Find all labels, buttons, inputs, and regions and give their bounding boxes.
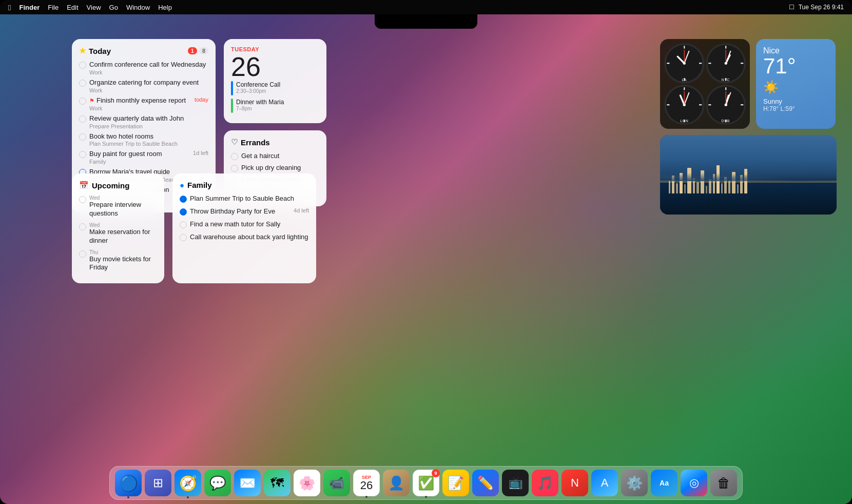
dock-photos[interactable]: 🌸 xyxy=(294,470,320,496)
dock-messages[interactable]: 💬 xyxy=(204,470,231,496)
event-name: Conference Call xyxy=(236,81,280,88)
dock-launchpad[interactable]: ⊞ xyxy=(145,470,171,496)
calendar-date: 26 xyxy=(231,53,319,80)
upcoming-task: Thu Buy movie tickets for Friday xyxy=(79,249,157,273)
dock-freeform[interactable]: ✏️ xyxy=(472,470,499,496)
weather-range: H:78° L:59° xyxy=(763,105,828,112)
system-tray-icon[interactable]: ☐ xyxy=(789,4,795,11)
view-menu[interactable]: View xyxy=(87,4,101,11)
task-checkbox[interactable] xyxy=(79,98,86,105)
family-icon: ● xyxy=(180,181,184,189)
task-sub: Plan Summer Trip to Sauble Beach xyxy=(89,141,208,147)
task-checkbox[interactable] xyxy=(79,250,86,258)
task-item: Buy paint for guest room Family 1d left xyxy=(79,150,208,165)
finder-icon: 🔵 xyxy=(119,474,138,492)
family-checkbox[interactable] xyxy=(180,221,187,228)
calendar-event: Dinner with Maria 7–8pm xyxy=(231,99,319,113)
upcoming-title: 📅 Upcoming xyxy=(79,181,157,190)
family-title: ● Family xyxy=(180,181,309,189)
event-name: Dinner with Maria xyxy=(236,99,284,106)
finder-menu[interactable]: Finder xyxy=(19,4,40,11)
family-checkbox[interactable] xyxy=(180,234,187,241)
dock-music[interactable]: 🎵 xyxy=(532,470,558,496)
messages-icon: 💬 xyxy=(209,475,226,491)
errands-label: Errands xyxy=(241,138,270,147)
family-checkbox[interactable] xyxy=(180,208,187,216)
widget-upcoming: 📅 Upcoming Wed Prepare interview questio… xyxy=(72,173,164,283)
task-name: Throw Birthday Party for Eve xyxy=(190,207,291,216)
task-item: Review quarterly data with John Prepare … xyxy=(79,114,208,129)
dock-appstore[interactable]: A xyxy=(591,470,618,496)
mac-frame:  Finder File Edit View Go Window Help ☐… xyxy=(0,0,852,504)
task-1d-badge: 1d left xyxy=(193,150,208,156)
dock-reminders[interactable]: ✅ 9 xyxy=(413,470,439,496)
building xyxy=(737,184,739,193)
upcoming-day: Wed xyxy=(89,222,157,228)
widget-family: ● Family Plan Summer Trip to Sauble Beac… xyxy=(172,173,316,283)
dock-dictionary[interactable]: Aa xyxy=(651,470,677,496)
task-checkbox[interactable] xyxy=(79,196,86,203)
task-name: ⚑ Finish monthly expense report xyxy=(89,96,191,105)
calendar-event: Conference Call 2:30–3:00pm xyxy=(231,81,319,95)
task-item: Book two hotel rooms Plan Summer Trip to… xyxy=(79,132,208,147)
task-checkbox[interactable] xyxy=(231,165,238,172)
family-task: Plan Summer Trip to Sauble Beach xyxy=(180,195,309,203)
task-item: Organize catering for company event Work xyxy=(79,79,208,93)
widgets-right: LA xyxy=(660,39,837,215)
dock-trash[interactable]: 🗑 xyxy=(710,470,737,496)
task-checkbox[interactable] xyxy=(79,115,86,123)
dock: 🔵 ⊞ 🧭 💬 ✉️ 🗺 xyxy=(109,466,743,500)
help-menu[interactable]: Help xyxy=(158,4,172,11)
task-checkbox[interactable] xyxy=(79,151,86,158)
family-checkbox[interactable] xyxy=(180,196,187,203)
go-menu[interactable]: Go xyxy=(109,4,118,11)
task-checkbox[interactable] xyxy=(231,153,238,160)
dock-calendar[interactable]: SEP 26 xyxy=(353,470,380,496)
flag-icon: ⚑ xyxy=(89,97,94,104)
event-color-bar xyxy=(231,81,233,95)
window-menu[interactable]: Window xyxy=(126,4,150,11)
dock-contacts[interactable]: 👤 xyxy=(383,470,410,496)
dock-tv[interactable]: 📺 xyxy=(502,470,529,496)
building xyxy=(728,181,730,193)
edit-menu[interactable]: Edit xyxy=(67,4,78,11)
task-content: Review quarterly data with John Prepare … xyxy=(89,114,208,129)
dock-settings[interactable]: ⚙️ xyxy=(621,470,648,496)
task-checkbox[interactable] xyxy=(79,133,86,141)
widget-weather: Nice 71° ☀️ Sunny H:78° L:59° xyxy=(756,39,836,129)
dock-finder[interactable]: 🔵 xyxy=(115,470,142,496)
weather-condition: Sunny xyxy=(763,98,828,105)
task-checkbox[interactable] xyxy=(79,80,86,87)
dock-maps[interactable]: 🗺 xyxy=(264,470,291,496)
file-menu[interactable]: File xyxy=(48,4,59,11)
trash-icon: 🗑 xyxy=(717,475,730,491)
task-name: Buy paint for guest room xyxy=(89,150,190,159)
task-sub: Prepare Presentation xyxy=(89,123,208,129)
clock-label-la: LA xyxy=(682,78,687,82)
errands-title: ♡ Errands xyxy=(231,138,319,147)
weather-temp: 71° xyxy=(763,55,828,77)
task-name: Plan Summer Trip to Sauble Beach xyxy=(190,195,294,203)
upcoming-name: Make reservation for dinner xyxy=(89,228,157,245)
widgets-right-top: LA xyxy=(660,39,837,129)
clock-lon: LON xyxy=(664,85,705,125)
notch xyxy=(375,14,477,29)
siri-icon: ◎ xyxy=(689,476,699,490)
task-checkbox[interactable] xyxy=(79,62,86,69)
upcoming-task: Wed Prepare interview questions xyxy=(79,195,157,218)
task-name: Call warehouse about back yard lighting xyxy=(190,233,308,242)
widget-photo xyxy=(660,135,837,215)
dock-siri[interactable]: ◎ xyxy=(681,470,707,496)
dock-news[interactable]: N xyxy=(561,470,588,496)
apple-menu[interactable]:  xyxy=(8,3,11,12)
dock-mail[interactable]: ✉️ xyxy=(234,470,261,496)
dock-safari[interactable]: 🧭 xyxy=(175,470,201,496)
photos-icon: 🌸 xyxy=(299,475,315,491)
errands-task: Get a haircut xyxy=(231,152,319,161)
task-checkbox[interactable] xyxy=(79,223,86,230)
dock-facetime[interactable]: 📹 xyxy=(323,470,350,496)
weather-low: L:59° xyxy=(781,105,795,112)
dock-notes[interactable]: 📝 xyxy=(442,470,469,496)
task-content: Buy paint for guest room Family xyxy=(89,150,190,165)
upcoming-day: Thu xyxy=(89,249,157,255)
